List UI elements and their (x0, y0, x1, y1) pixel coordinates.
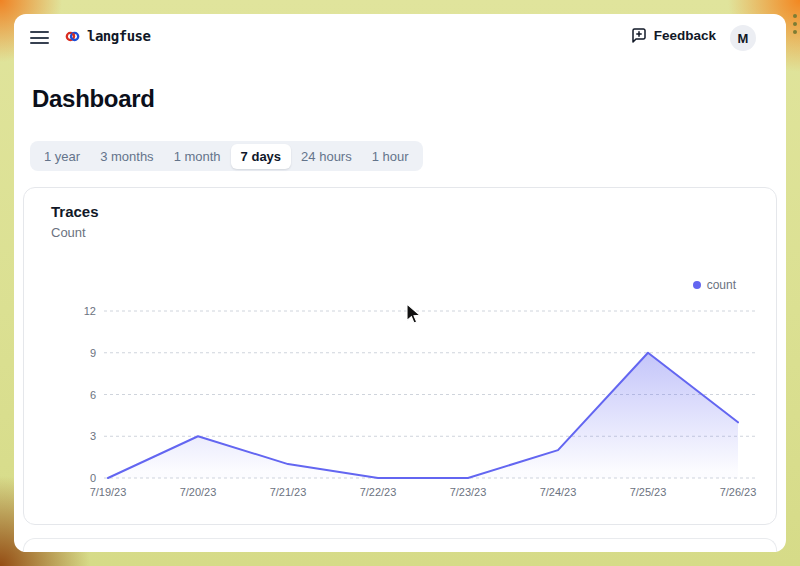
avatar[interactable]: M (730, 25, 756, 51)
x-tick-label: 7/23/23 (450, 486, 487, 498)
y-tick-label: 6 (90, 389, 96, 401)
tab-7-days[interactable]: 7 days (231, 144, 291, 169)
y-tick-label: 12 (84, 305, 96, 317)
x-tick-label: 7/21/23 (270, 486, 307, 498)
card-subtitle: Count (51, 225, 86, 240)
next-card-partial (23, 538, 777, 552)
x-tick-label: 7/19/23 (90, 486, 127, 498)
page-title: Dashboard (32, 85, 155, 113)
brand[interactable]: langfuse (65, 28, 150, 44)
y-tick-label: 0 (90, 472, 96, 484)
tab-24-hours[interactable]: 24 hours (291, 144, 362, 169)
traces-card: Traces Count count 0369127/19/237/20/237… (23, 187, 777, 525)
tab-1-month[interactable]: 1 month (164, 144, 231, 169)
area-fill-count (108, 353, 738, 478)
card-title: Traces (51, 203, 99, 220)
frame-handle-dots (793, 14, 797, 34)
menu-icon[interactable] (30, 31, 49, 44)
feedback-button[interactable]: Feedback (631, 27, 716, 43)
traces-area-chart[interactable]: 0369127/19/237/20/237/21/237/22/237/23/2… (44, 286, 758, 502)
y-tick-label: 3 (90, 430, 96, 442)
y-tick-label: 9 (90, 347, 96, 359)
message-plus-icon (631, 27, 647, 43)
feedback-label: Feedback (654, 28, 716, 43)
tab-3-months[interactable]: 3 months (90, 144, 163, 169)
time-range-tabs: 1 year3 months1 month7 days24 hours1 hou… (30, 141, 423, 171)
x-tick-label: 7/22/23 (360, 486, 397, 498)
x-tick-label: 7/20/23 (180, 486, 217, 498)
tab-1-year[interactable]: 1 year (34, 144, 90, 169)
avatar-initial: M (738, 31, 749, 46)
tab-1-hour[interactable]: 1 hour (362, 144, 419, 169)
x-tick-label: 7/26/23 (720, 486, 757, 498)
app-panel: langfuse Feedback M Dashboard 1 year3 mo… (14, 14, 786, 552)
app-window: { "nav": { "brand": "langfuse", "feedbac… (0, 0, 800, 566)
x-tick-label: 7/25/23 (630, 486, 667, 498)
langfuse-logo-icon (65, 29, 80, 44)
brand-name: langfuse (87, 28, 150, 44)
x-tick-label: 7/24/23 (540, 486, 577, 498)
